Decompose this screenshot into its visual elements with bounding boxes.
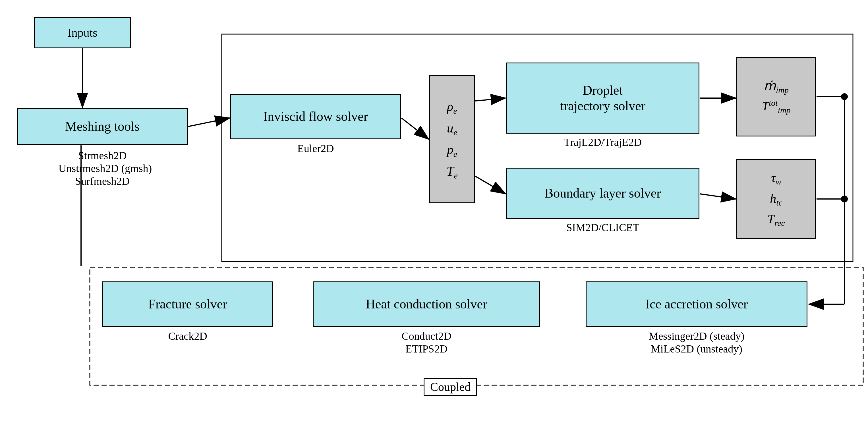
fracture-solver-box: Fracture solver [102, 282, 273, 327]
ice-sub1: Messinger2D (steady) [586, 330, 807, 342]
ice-accretion-solver-box: Ice accretion solver [586, 282, 807, 327]
meshing-tools-label: Meshing tools [65, 119, 140, 134]
wall-vars-content: τw htc Trec [767, 168, 785, 230]
ice-sub2: MiLeS2D (unsteady) [586, 343, 807, 355]
droplet-trajectory-solver-box: Droplettrajectory solver [506, 63, 700, 134]
inviscid-label: Inviscid flow solver [263, 108, 368, 124]
diagram-container: Inputs Meshing tools Strmesh2D Unstrmesh… [0, 0, 868, 421]
imp-vars-box: ṁimp Ttotimp [736, 57, 816, 136]
fracture-label: Fracture solver [148, 296, 227, 312]
fracture-sub: Crack2D [102, 330, 273, 342]
boundary-layer-solver-box: Boundary layer solver [506, 168, 700, 219]
boundary-sub: SIM2D/CLICET [506, 221, 700, 234]
inviscid-sub: Euler2D [230, 142, 401, 155]
meshing-sub1: Strmesh2D [17, 149, 188, 162]
ice-label: Ice accretion solver [645, 296, 748, 312]
svg-point-16 [841, 93, 848, 100]
svg-line-7 [475, 176, 505, 194]
droplet-sub: TrajL2D/TrajE2D [506, 136, 700, 149]
heat-label: Heat conduction solver [366, 296, 487, 312]
wall-vars-box: τw htc Trec [736, 159, 816, 239]
svg-line-9 [700, 194, 736, 199]
boundary-label: Boundary layer solver [545, 185, 661, 201]
flow-vars-content: ρe ue pe Te [447, 96, 458, 183]
svg-line-6 [475, 98, 505, 101]
svg-point-17 [841, 196, 848, 202]
inputs-box: Inputs [34, 17, 131, 48]
meshing-sub3: Surfmesh2D [17, 175, 188, 187]
meshing-sub2: Unstrmesh2D (gmsh) [17, 162, 193, 174]
heat-sub2: ETIPS2D [313, 343, 540, 355]
flow-vars-box: ρe ue pe Te [429, 75, 475, 203]
coupled-label: Coupled [424, 378, 477, 396]
svg-line-5 [401, 118, 429, 139]
svg-line-4 [188, 118, 230, 127]
heat-sub1: Conduct2D [313, 330, 540, 342]
droplet-label: Droplettrajectory solver [560, 83, 645, 114]
inputs-label: Inputs [68, 26, 97, 40]
heat-conduction-solver-box: Heat conduction solver [313, 282, 540, 327]
imp-vars-content: ṁimp Ttotimp [762, 77, 790, 116]
inviscid-flow-solver-box: Inviscid flow solver [230, 94, 401, 139]
meshing-tools-box: Meshing tools [17, 108, 188, 145]
